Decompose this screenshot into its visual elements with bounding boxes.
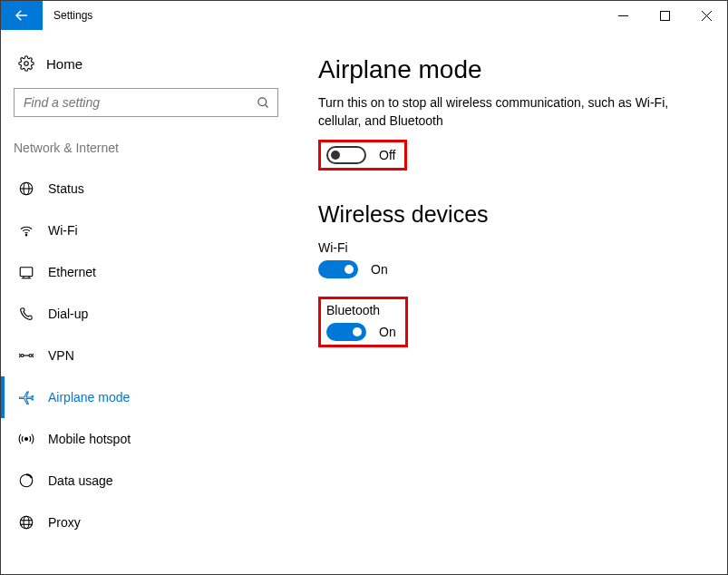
section-label: Network & Internet (1, 117, 291, 168)
maximize-icon (660, 11, 670, 21)
wifi-state: On (371, 262, 388, 277)
sidebar-item-label: Proxy (48, 515, 81, 530)
sidebar-item-datausage[interactable]: Data usage (1, 460, 291, 502)
page-description: Turn this on to stop all wireless commun… (318, 93, 700, 131)
sidebar-item-vpn[interactable]: VPN (1, 335, 291, 376)
svg-point-17 (29, 355, 32, 357)
sidebar-item-ethernet[interactable]: Ethernet (1, 251, 291, 293)
sidebar-item-status[interactable]: Status (1, 168, 291, 210)
page-title: Airplane mode (318, 55, 700, 84)
wifi-icon (18, 222, 34, 239)
svg-point-19 (25, 438, 28, 441)
sidebar-item-label: Status (48, 181, 84, 196)
home-label: Home (46, 56, 83, 72)
sidebar-item-wifi[interactable]: Wi-Fi (1, 210, 291, 251)
sidebar-item-label: Mobile hotspot (48, 432, 131, 446)
svg-rect-12 (20, 268, 33, 277)
back-button[interactable] (1, 1, 43, 30)
titlebar: Settings (1, 1, 727, 30)
gear-icon (18, 55, 34, 72)
svg-point-21 (20, 516, 33, 529)
svg-point-22 (24, 516, 29, 529)
sidebar-item-label: Airplane mode (48, 390, 130, 404)
search-input[interactable] (22, 94, 257, 111)
sidebar-item-dialup[interactable]: Dial-up (1, 293, 291, 335)
wifi-label: Wi-Fi (318, 240, 700, 255)
bluetooth-highlight: Bluetooth On (318, 297, 408, 347)
window-title: Settings (43, 1, 103, 30)
sidebar-item-label: Data usage (48, 473, 113, 488)
vpn-icon (18, 347, 34, 364)
svg-rect-2 (660, 11, 669, 20)
sidebar-item-proxy[interactable]: Proxy (1, 502, 291, 543)
sidebar-item-label: Ethernet (48, 265, 96, 279)
search-icon (257, 96, 270, 110)
wifi-toggle[interactable] (318, 260, 358, 278)
sidebar-item-label: Wi-Fi (48, 223, 78, 238)
hotspot-icon (18, 431, 34, 447)
bluetooth-toggle[interactable] (326, 323, 366, 341)
proxy-icon (18, 514, 34, 531)
wireless-devices-title: Wireless devices (318, 201, 700, 228)
arrow-left-icon (14, 7, 30, 24)
sidebar-item-label: Dial-up (48, 307, 88, 321)
close-button[interactable] (685, 1, 727, 30)
main-panel: Airplane mode Turn this on to stop all w… (291, 30, 727, 574)
phone-icon (18, 306, 34, 322)
globe-icon (18, 180, 34, 197)
svg-point-11 (25, 235, 27, 237)
svg-point-16 (21, 355, 24, 357)
sidebar: Home Network & Internet Status (1, 30, 291, 574)
minimize-button[interactable] (602, 1, 644, 30)
home-link[interactable]: Home (1, 48, 291, 88)
data-usage-icon (18, 473, 34, 489)
svg-point-5 (24, 62, 29, 66)
sidebar-item-hotspot[interactable]: Mobile hotspot (1, 418, 291, 460)
sidebar-item-airplane[interactable]: Airplane mode (1, 376, 291, 418)
close-icon (702, 11, 712, 21)
airplane-mode-toggle[interactable] (326, 146, 366, 164)
ethernet-icon (18, 264, 34, 280)
maximize-button[interactable] (644, 1, 685, 30)
search-box[interactable] (14, 88, 278, 117)
bluetooth-state: On (379, 325, 396, 339)
svg-point-6 (258, 97, 267, 105)
bluetooth-label: Bluetooth (326, 303, 396, 317)
sidebar-item-label: VPN (48, 348, 74, 363)
svg-line-7 (265, 104, 267, 107)
minimize-icon (618, 11, 628, 21)
airplane-highlight: Off (318, 140, 407, 171)
airplane-icon (18, 389, 34, 405)
airplane-mode-state: Off (379, 148, 395, 162)
